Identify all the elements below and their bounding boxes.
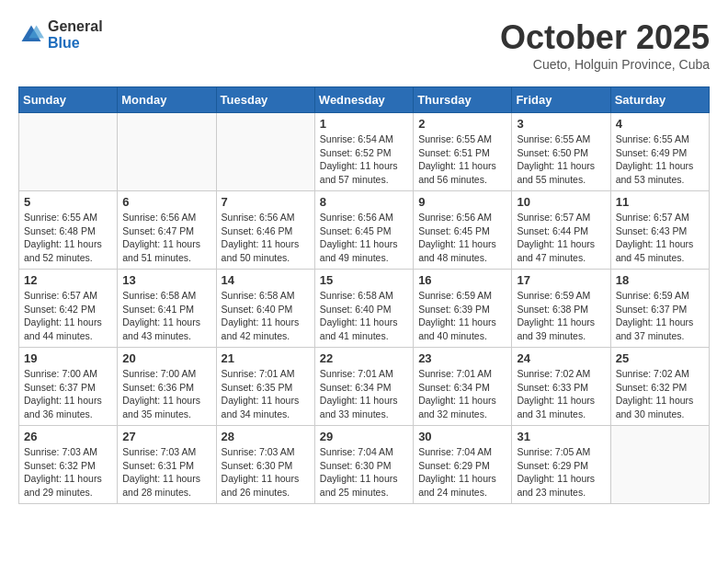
day-info: Sunrise: 7:04 AMSunset: 6:30 PMDaylight:… — [320, 445, 408, 500]
day-number: 1 — [320, 117, 408, 131]
day-number: 24 — [517, 351, 605, 365]
weekday-header-sunday: Sunday — [19, 87, 118, 113]
day-number: 20 — [122, 351, 210, 365]
day-info: Sunrise: 6:58 AMSunset: 6:41 PMDaylight:… — [122, 289, 210, 343]
day-number: 22 — [320, 351, 408, 365]
calendar-cell: 2Sunrise: 6:55 AMSunset: 6:51 PMDaylight… — [414, 113, 512, 191]
week-row-4: 19Sunrise: 7:00 AMSunset: 6:37 PMDayligh… — [19, 348, 710, 426]
calendar-cell: 28Sunrise: 7:03 AMSunset: 6:30 PMDayligh… — [216, 426, 314, 504]
day-info: Sunrise: 6:55 AMSunset: 6:50 PMDaylight:… — [517, 132, 605, 187]
weekday-header-saturday: Saturday — [610, 87, 709, 113]
month-title: October 2025 — [500, 18, 710, 57]
logo-general: General — [48, 18, 103, 35]
day-info: Sunrise: 7:02 AMSunset: 6:33 PMDaylight:… — [517, 367, 605, 421]
calendar-cell: 11Sunrise: 6:57 AMSunset: 6:43 PMDayligh… — [610, 191, 709, 270]
day-info: Sunrise: 7:05 AMSunset: 6:29 PMDaylight:… — [517, 445, 605, 500]
calendar-cell: 22Sunrise: 7:01 AMSunset: 6:34 PMDayligh… — [314, 348, 413, 426]
calendar-cell: 8Sunrise: 6:56 AMSunset: 6:45 PMDaylight… — [314, 191, 413, 270]
calendar-cell: 19Sunrise: 7:00 AMSunset: 6:37 PMDayligh… — [19, 348, 118, 426]
week-row-2: 5Sunrise: 6:55 AMSunset: 6:48 PMDaylight… — [19, 191, 710, 270]
day-number: 30 — [418, 430, 506, 443]
logo-icon — [18, 22, 44, 48]
day-info: Sunrise: 6:56 AMSunset: 6:46 PMDaylight:… — [222, 211, 310, 265]
day-number: 6 — [122, 195, 210, 209]
logo: General Blue — [18, 18, 103, 51]
calendar-cell: 21Sunrise: 7:01 AMSunset: 6:35 PMDayligh… — [216, 348, 314, 426]
calendar-cell — [118, 113, 216, 191]
calendar-cell: 14Sunrise: 6:58 AMSunset: 6:40 PMDayligh… — [216, 270, 314, 348]
week-row-3: 12Sunrise: 6:57 AMSunset: 6:42 PMDayligh… — [19, 270, 710, 348]
page-header: General Blue October 2025 Cueto, Holguin… — [18, 18, 710, 72]
day-number: 16 — [418, 273, 506, 287]
calendar-cell: 1Sunrise: 6:54 AMSunset: 6:52 PMDaylight… — [314, 113, 413, 191]
day-info: Sunrise: 6:56 AMSunset: 6:45 PMDaylight:… — [418, 211, 506, 265]
day-number: 11 — [616, 195, 704, 209]
day-number: 21 — [222, 351, 310, 365]
day-number: 31 — [517, 430, 605, 443]
day-number: 12 — [24, 273, 112, 287]
day-info: Sunrise: 7:01 AMSunset: 6:34 PMDaylight:… — [418, 367, 506, 421]
day-info: Sunrise: 7:02 AMSunset: 6:32 PMDaylight:… — [616, 367, 704, 421]
day-info: Sunrise: 7:03 AMSunset: 6:31 PMDaylight:… — [122, 445, 210, 500]
day-info: Sunrise: 6:55 AMSunset: 6:51 PMDaylight:… — [418, 132, 506, 187]
day-info: Sunrise: 6:58 AMSunset: 6:40 PMDaylight:… — [320, 289, 408, 343]
day-info: Sunrise: 6:57 AMSunset: 6:43 PMDaylight:… — [616, 211, 704, 265]
calendar-cell: 17Sunrise: 6:59 AMSunset: 6:38 PMDayligh… — [512, 270, 610, 348]
week-row-1: 1Sunrise: 6:54 AMSunset: 6:52 PMDaylight… — [19, 113, 710, 191]
day-number: 25 — [616, 351, 704, 365]
day-info: Sunrise: 7:01 AMSunset: 6:34 PMDaylight:… — [320, 367, 408, 421]
day-info: Sunrise: 7:01 AMSunset: 6:35 PMDaylight:… — [222, 367, 310, 421]
day-info: Sunrise: 6:57 AMSunset: 6:44 PMDaylight:… — [517, 211, 605, 265]
calendar-cell: 20Sunrise: 7:00 AMSunset: 6:36 PMDayligh… — [118, 348, 216, 426]
calendar-cell: 26Sunrise: 7:03 AMSunset: 6:32 PMDayligh… — [19, 426, 118, 504]
day-number: 10 — [517, 195, 605, 209]
day-number: 2 — [418, 117, 506, 131]
calendar-cell: 5Sunrise: 6:55 AMSunset: 6:48 PMDaylight… — [19, 191, 118, 270]
weekday-header-friday: Friday — [512, 87, 610, 113]
calendar-cell: 12Sunrise: 6:57 AMSunset: 6:42 PMDayligh… — [19, 270, 118, 348]
day-info: Sunrise: 7:03 AMSunset: 6:30 PMDaylight:… — [222, 445, 310, 500]
weekday-header-wednesday: Wednesday — [314, 87, 413, 113]
day-number: 19 — [24, 351, 112, 365]
calendar-cell: 4Sunrise: 6:55 AMSunset: 6:49 PMDaylight… — [610, 113, 709, 191]
calendar-cell — [610, 426, 709, 504]
day-number: 14 — [222, 273, 310, 287]
calendar-cell: 6Sunrise: 6:56 AMSunset: 6:47 PMDaylight… — [118, 191, 216, 270]
day-number: 3 — [517, 117, 605, 131]
calendar-cell: 9Sunrise: 6:56 AMSunset: 6:45 PMDaylight… — [414, 191, 512, 270]
logo-text: General Blue — [48, 18, 103, 51]
day-info: Sunrise: 6:56 AMSunset: 6:45 PMDaylight:… — [320, 211, 408, 265]
day-info: Sunrise: 6:55 AMSunset: 6:49 PMDaylight:… — [616, 132, 704, 187]
calendar-cell: 10Sunrise: 6:57 AMSunset: 6:44 PMDayligh… — [512, 191, 610, 270]
weekday-header-monday: Monday — [118, 87, 216, 113]
title-section: October 2025 Cueto, Holguin Province, Cu… — [500, 18, 710, 72]
calendar-table: SundayMondayTuesdayWednesdayThursdayFrid… — [18, 86, 710, 504]
day-info: Sunrise: 6:58 AMSunset: 6:40 PMDaylight:… — [222, 289, 310, 343]
day-number: 9 — [418, 195, 506, 209]
day-number: 4 — [616, 117, 704, 131]
day-number: 13 — [122, 273, 210, 287]
day-info: Sunrise: 7:00 AMSunset: 6:36 PMDaylight:… — [122, 367, 210, 421]
week-row-5: 26Sunrise: 7:03 AMSunset: 6:32 PMDayligh… — [19, 426, 710, 504]
location: Cueto, Holguin Province, Cuba — [500, 57, 710, 72]
calendar-cell — [216, 113, 314, 191]
calendar-cell: 16Sunrise: 6:59 AMSunset: 6:39 PMDayligh… — [414, 270, 512, 348]
day-info: Sunrise: 6:59 AMSunset: 6:38 PMDaylight:… — [517, 289, 605, 343]
day-info: Sunrise: 6:57 AMSunset: 6:42 PMDaylight:… — [24, 289, 112, 343]
day-info: Sunrise: 7:03 AMSunset: 6:32 PMDaylight:… — [24, 445, 112, 500]
calendar-cell: 13Sunrise: 6:58 AMSunset: 6:41 PMDayligh… — [118, 270, 216, 348]
day-number: 5 — [24, 195, 112, 209]
day-number: 8 — [320, 195, 408, 209]
calendar-cell: 27Sunrise: 7:03 AMSunset: 6:31 PMDayligh… — [118, 426, 216, 504]
calendar-cell: 25Sunrise: 7:02 AMSunset: 6:32 PMDayligh… — [610, 348, 709, 426]
weekday-header-row: SundayMondayTuesdayWednesdayThursdayFrid… — [19, 87, 710, 113]
calendar-cell: 15Sunrise: 6:58 AMSunset: 6:40 PMDayligh… — [314, 270, 413, 348]
day-number: 29 — [320, 430, 408, 443]
day-info: Sunrise: 7:04 AMSunset: 6:29 PMDaylight:… — [418, 445, 506, 500]
day-number: 27 — [122, 430, 210, 443]
calendar-cell: 31Sunrise: 7:05 AMSunset: 6:29 PMDayligh… — [512, 426, 610, 504]
calendar-cell: 30Sunrise: 7:04 AMSunset: 6:29 PMDayligh… — [414, 426, 512, 504]
day-number: 28 — [222, 430, 310, 443]
day-number: 15 — [320, 273, 408, 287]
day-info: Sunrise: 6:59 AMSunset: 6:39 PMDaylight:… — [418, 289, 506, 343]
